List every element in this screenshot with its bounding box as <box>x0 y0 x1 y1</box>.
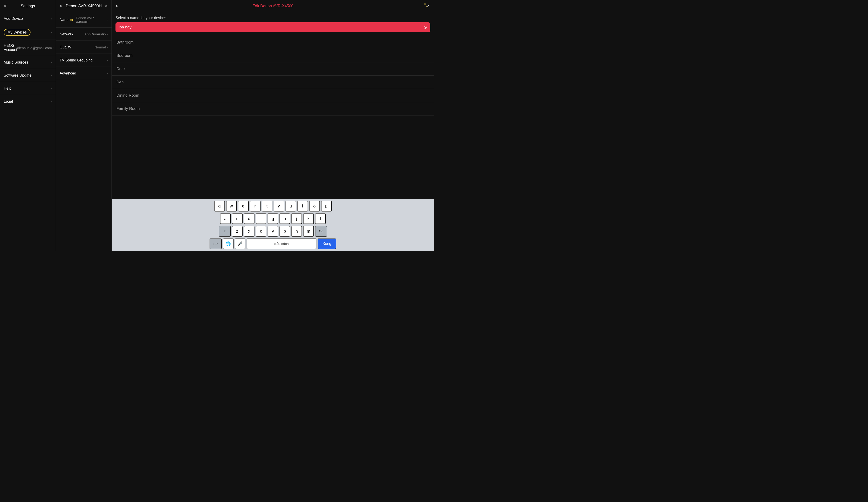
tv-sound-chevron: › <box>107 59 108 62</box>
key-x[interactable]: x <box>244 226 255 237</box>
space-key[interactable]: dấu cách <box>247 238 317 249</box>
add-device-item[interactable]: Add Device › <box>0 12 56 25</box>
my-devices-circle: My Devices <box>4 29 31 36</box>
add-device-label: Add Device <box>4 17 23 21</box>
music-sources-label: Music Sources <box>4 60 28 64</box>
checkmark-icon: ✓ <box>426 3 430 9</box>
device-network-item[interactable]: Network AnhDuyAudio › <box>56 28 112 41</box>
edit-confirm-button[interactable]: ✓ <box>424 2 432 10</box>
software-update-item[interactable]: Software Update › <box>0 69 56 82</box>
help-chevron: › <box>51 86 52 90</box>
heos-account-label: HEOS Account <box>4 43 17 52</box>
key-h[interactable]: h <box>279 213 290 224</box>
device-name-input[interactable] <box>119 25 424 30</box>
keyboard: q w e r t y u i o p a s d f g h j k l ⇧ … <box>112 199 434 251</box>
software-update-label: Software Update <box>4 73 31 78</box>
key-l[interactable]: l <box>315 213 326 224</box>
key-w[interactable]: w <box>226 201 237 212</box>
key-e[interactable]: e <box>238 201 249 212</box>
key-m[interactable]: m <box>303 226 314 237</box>
key-c[interactable]: c <box>256 226 266 237</box>
yellow-arrow-icon: ⇒ <box>70 17 74 23</box>
clear-input-button[interactable]: ⊗ <box>424 25 427 30</box>
key-o[interactable]: o <box>309 201 320 212</box>
advanced-label: Advanced <box>60 71 76 75</box>
edit-header: < Edit Denon AVR-X4500 ✓ ↑ <box>112 0 434 12</box>
key-j[interactable]: j <box>291 213 302 224</box>
device-quality-label: Quality <box>60 45 71 49</box>
device-back-button[interactable]: < <box>58 2 64 10</box>
keyboard-row-2: a s d f g h j k l <box>113 213 433 224</box>
settings-back-button[interactable]: < <box>2 2 9 10</box>
suggestion-family-room[interactable]: Family Room <box>112 102 434 115</box>
advanced-item[interactable]: Advanced › <box>56 67 112 80</box>
device-name-item[interactable]: Name ⇒ Denon AVR-X4500H › <box>56 12 112 28</box>
device-name-label: Name <box>60 18 70 22</box>
key-u[interactable]: u <box>286 201 296 212</box>
heos-account-value: diepaudio@gmail.com <box>17 46 52 50</box>
key-z[interactable]: z <box>232 226 242 237</box>
device-network-value: AnhDuyAudio <box>84 32 106 36</box>
key-t[interactable]: t <box>262 201 272 212</box>
globe-key[interactable]: 🌐 <box>223 238 234 249</box>
device-name-value: Denon AVR-X4500H <box>76 16 104 24</box>
music-sources-item[interactable]: Music Sources › <box>0 56 56 69</box>
settings-title: Settings <box>21 4 35 8</box>
key-b[interactable]: b <box>279 226 290 237</box>
key-f[interactable]: f <box>256 213 266 224</box>
key-a[interactable]: a <box>220 213 231 224</box>
key-k[interactable]: k <box>303 213 314 224</box>
shift-key[interactable]: ⇧ <box>219 226 231 237</box>
device-quality-item[interactable]: Quality Normal › <box>56 41 112 54</box>
edit-panel: < Edit Denon AVR-X4500 ✓ ↑ Select a name… <box>112 0 434 251</box>
advanced-chevron: › <box>107 71 108 75</box>
suggestion-deck[interactable]: Deck <box>112 62 434 76</box>
settings-panel: < Settings Add Device › My Devices › HEO… <box>0 0 56 251</box>
name-input-container: ⊗ <box>115 22 430 32</box>
key-p[interactable]: p <box>321 201 332 212</box>
my-devices-item[interactable]: My Devices › <box>0 25 56 40</box>
device-network-label: Network <box>60 32 73 36</box>
clear-icon: ⊗ <box>424 25 427 30</box>
numbers-key[interactable]: 123 <box>209 238 222 249</box>
edit-title: Edit Denon AVR-X4500 <box>252 4 293 8</box>
key-v[interactable]: v <box>268 226 278 237</box>
select-name-label: Select a name for your device: <box>115 16 430 20</box>
keyboard-row-1: q w e r t y u i o p <box>113 201 433 212</box>
suggestion-bedroom[interactable]: Bedroom <box>112 49 434 62</box>
key-n[interactable]: n <box>291 226 302 237</box>
device-name-chevron: › <box>107 18 108 22</box>
device-close-button[interactable]: × <box>103 2 110 10</box>
tv-sound-item[interactable]: TV Sound Grouping › <box>56 54 112 67</box>
delete-key[interactable]: ⌫ <box>315 226 327 237</box>
device-panel: < Denon AVR-X4500H × Name ⇒ Denon AVR-X4… <box>56 0 112 251</box>
edit-back-button[interactable]: < <box>114 2 120 10</box>
suggestion-den[interactable]: Den <box>112 76 434 89</box>
key-g[interactable]: g <box>268 213 278 224</box>
device-header: < Denon AVR-X4500H × <box>56 0 112 12</box>
legal-item[interactable]: Legal › <box>0 95 56 108</box>
help-label: Help <box>4 86 11 91</box>
my-devices-label: My Devices <box>8 30 27 34</box>
device-quality-value: Normal <box>94 45 106 49</box>
add-device-chevron: › <box>51 17 52 20</box>
key-q[interactable]: q <box>214 201 225 212</box>
device-quality-chevron: › <box>107 45 108 49</box>
music-sources-chevron: › <box>51 61 52 64</box>
key-s[interactable]: s <box>232 213 242 224</box>
done-key[interactable]: Xong <box>318 238 336 249</box>
key-i[interactable]: i <box>297 201 308 212</box>
tv-sound-label: TV Sound Grouping <box>60 58 92 62</box>
suggestion-dining-room[interactable]: Dining Room <box>112 89 434 102</box>
suggestions-list: Bathroom Bedroom Deck Den Dining Room Fa… <box>112 36 434 199</box>
device-network-chevron: › <box>107 32 108 36</box>
help-item[interactable]: Help › <box>0 82 56 95</box>
keyboard-row-3: ⇧ z x c v b n m ⌫ <box>113 226 433 237</box>
suggestion-bathroom[interactable]: Bathroom <box>112 36 434 49</box>
legal-label: Legal <box>4 100 13 104</box>
key-y[interactable]: y <box>273 201 284 212</box>
mic-key[interactable]: 🎤 <box>235 238 245 249</box>
key-r[interactable]: r <box>250 201 260 212</box>
heos-account-item[interactable]: HEOS Account diepaudio@gmail.com › <box>0 40 56 56</box>
key-d[interactable]: d <box>244 213 255 224</box>
